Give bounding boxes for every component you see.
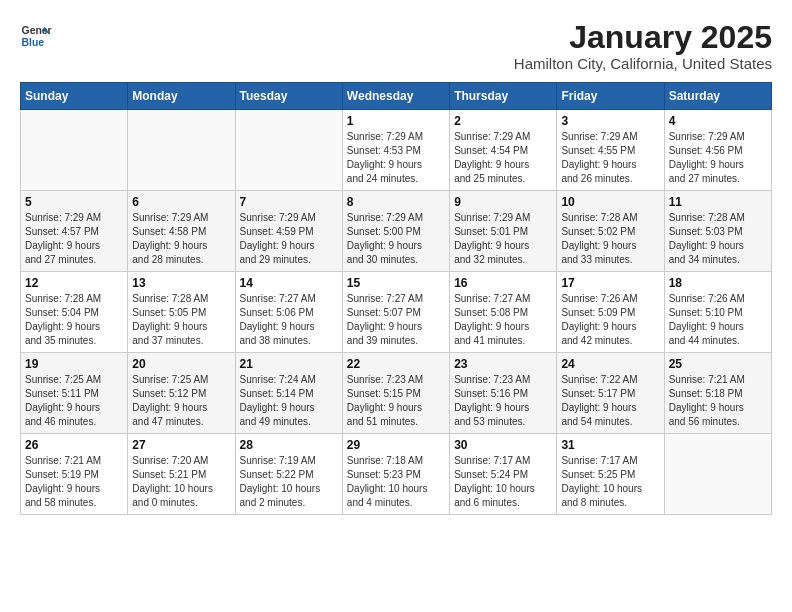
day-number: 6	[132, 195, 230, 209]
day-number: 4	[669, 114, 767, 128]
day-number: 19	[25, 357, 123, 371]
day-number: 1	[347, 114, 445, 128]
day-number: 26	[25, 438, 123, 452]
weekday-header-wednesday: Wednesday	[342, 83, 449, 110]
calendar-cell: 27Sunrise: 7:20 AMSunset: 5:21 PMDayligh…	[128, 434, 235, 515]
day-number: 9	[454, 195, 552, 209]
calendar-cell: 31Sunrise: 7:17 AMSunset: 5:25 PMDayligh…	[557, 434, 664, 515]
day-info: Sunrise: 7:28 AMSunset: 5:02 PMDaylight:…	[561, 211, 659, 267]
day-info: Sunrise: 7:29 AMSunset: 4:53 PMDaylight:…	[347, 130, 445, 186]
day-number: 21	[240, 357, 338, 371]
weekday-header-sunday: Sunday	[21, 83, 128, 110]
day-number: 12	[25, 276, 123, 290]
day-number: 10	[561, 195, 659, 209]
calendar-cell: 28Sunrise: 7:19 AMSunset: 5:22 PMDayligh…	[235, 434, 342, 515]
calendar-cell: 6Sunrise: 7:29 AMSunset: 4:58 PMDaylight…	[128, 191, 235, 272]
day-info: Sunrise: 7:25 AMSunset: 5:11 PMDaylight:…	[25, 373, 123, 429]
day-number: 16	[454, 276, 552, 290]
day-number: 18	[669, 276, 767, 290]
calendar-week-row: 12Sunrise: 7:28 AMSunset: 5:04 PMDayligh…	[21, 272, 772, 353]
calendar-cell: 14Sunrise: 7:27 AMSunset: 5:06 PMDayligh…	[235, 272, 342, 353]
calendar-cell: 2Sunrise: 7:29 AMSunset: 4:54 PMDaylight…	[450, 110, 557, 191]
day-number: 17	[561, 276, 659, 290]
day-info: Sunrise: 7:28 AMSunset: 5:03 PMDaylight:…	[669, 211, 767, 267]
calendar-table: SundayMondayTuesdayWednesdayThursdayFrid…	[20, 82, 772, 515]
calendar-cell: 29Sunrise: 7:18 AMSunset: 5:23 PMDayligh…	[342, 434, 449, 515]
calendar-cell	[21, 110, 128, 191]
calendar-cell	[235, 110, 342, 191]
calendar-cell: 15Sunrise: 7:27 AMSunset: 5:07 PMDayligh…	[342, 272, 449, 353]
day-info: Sunrise: 7:29 AMSunset: 5:00 PMDaylight:…	[347, 211, 445, 267]
day-number: 8	[347, 195, 445, 209]
day-info: Sunrise: 7:17 AMSunset: 5:24 PMDaylight:…	[454, 454, 552, 510]
weekday-header-tuesday: Tuesday	[235, 83, 342, 110]
day-number: 29	[347, 438, 445, 452]
day-info: Sunrise: 7:29 AMSunset: 4:55 PMDaylight:…	[561, 130, 659, 186]
day-number: 5	[25, 195, 123, 209]
calendar-cell: 1Sunrise: 7:29 AMSunset: 4:53 PMDaylight…	[342, 110, 449, 191]
calendar-cell: 21Sunrise: 7:24 AMSunset: 5:14 PMDayligh…	[235, 353, 342, 434]
calendar-cell: 24Sunrise: 7:22 AMSunset: 5:17 PMDayligh…	[557, 353, 664, 434]
calendar-cell: 18Sunrise: 7:26 AMSunset: 5:10 PMDayligh…	[664, 272, 771, 353]
calendar-cell: 3Sunrise: 7:29 AMSunset: 4:55 PMDaylight…	[557, 110, 664, 191]
calendar-cell: 9Sunrise: 7:29 AMSunset: 5:01 PMDaylight…	[450, 191, 557, 272]
calendar-cell: 11Sunrise: 7:28 AMSunset: 5:03 PMDayligh…	[664, 191, 771, 272]
calendar-week-row: 1Sunrise: 7:29 AMSunset: 4:53 PMDaylight…	[21, 110, 772, 191]
day-info: Sunrise: 7:29 AMSunset: 4:54 PMDaylight:…	[454, 130, 552, 186]
day-info: Sunrise: 7:19 AMSunset: 5:22 PMDaylight:…	[240, 454, 338, 510]
logo-icon: General Blue	[20, 20, 52, 52]
location: Hamilton City, California, United States	[514, 55, 772, 72]
weekday-header-thursday: Thursday	[450, 83, 557, 110]
day-number: 30	[454, 438, 552, 452]
day-number: 24	[561, 357, 659, 371]
calendar-cell: 19Sunrise: 7:25 AMSunset: 5:11 PMDayligh…	[21, 353, 128, 434]
day-number: 28	[240, 438, 338, 452]
day-info: Sunrise: 7:27 AMSunset: 5:08 PMDaylight:…	[454, 292, 552, 348]
day-info: Sunrise: 7:29 AMSunset: 5:01 PMDaylight:…	[454, 211, 552, 267]
day-info: Sunrise: 7:27 AMSunset: 5:07 PMDaylight:…	[347, 292, 445, 348]
day-info: Sunrise: 7:26 AMSunset: 5:09 PMDaylight:…	[561, 292, 659, 348]
day-info: Sunrise: 7:25 AMSunset: 5:12 PMDaylight:…	[132, 373, 230, 429]
calendar-cell: 23Sunrise: 7:23 AMSunset: 5:16 PMDayligh…	[450, 353, 557, 434]
logo: General Blue	[20, 20, 52, 52]
calendar-cell: 20Sunrise: 7:25 AMSunset: 5:12 PMDayligh…	[128, 353, 235, 434]
day-info: Sunrise: 7:29 AMSunset: 4:56 PMDaylight:…	[669, 130, 767, 186]
day-number: 20	[132, 357, 230, 371]
calendar-cell: 13Sunrise: 7:28 AMSunset: 5:05 PMDayligh…	[128, 272, 235, 353]
svg-text:Blue: Blue	[22, 37, 45, 48]
day-info: Sunrise: 7:17 AMSunset: 5:25 PMDaylight:…	[561, 454, 659, 510]
day-info: Sunrise: 7:28 AMSunset: 5:04 PMDaylight:…	[25, 292, 123, 348]
calendar-cell	[664, 434, 771, 515]
calendar-cell: 26Sunrise: 7:21 AMSunset: 5:19 PMDayligh…	[21, 434, 128, 515]
calendar-cell: 16Sunrise: 7:27 AMSunset: 5:08 PMDayligh…	[450, 272, 557, 353]
calendar-cell: 7Sunrise: 7:29 AMSunset: 4:59 PMDaylight…	[235, 191, 342, 272]
header: General Blue January 2025 Hamilton City,…	[20, 20, 772, 72]
day-info: Sunrise: 7:21 AMSunset: 5:19 PMDaylight:…	[25, 454, 123, 510]
day-info: Sunrise: 7:23 AMSunset: 5:15 PMDaylight:…	[347, 373, 445, 429]
day-number: 22	[347, 357, 445, 371]
calendar-week-row: 19Sunrise: 7:25 AMSunset: 5:11 PMDayligh…	[21, 353, 772, 434]
calendar-week-row: 5Sunrise: 7:29 AMSunset: 4:57 PMDaylight…	[21, 191, 772, 272]
day-number: 15	[347, 276, 445, 290]
day-info: Sunrise: 7:29 AMSunset: 4:59 PMDaylight:…	[240, 211, 338, 267]
calendar-cell: 30Sunrise: 7:17 AMSunset: 5:24 PMDayligh…	[450, 434, 557, 515]
day-number: 25	[669, 357, 767, 371]
day-info: Sunrise: 7:20 AMSunset: 5:21 PMDaylight:…	[132, 454, 230, 510]
calendar-cell: 22Sunrise: 7:23 AMSunset: 5:15 PMDayligh…	[342, 353, 449, 434]
weekday-header-saturday: Saturday	[664, 83, 771, 110]
calendar-cell: 12Sunrise: 7:28 AMSunset: 5:04 PMDayligh…	[21, 272, 128, 353]
day-info: Sunrise: 7:22 AMSunset: 5:17 PMDaylight:…	[561, 373, 659, 429]
day-number: 7	[240, 195, 338, 209]
day-info: Sunrise: 7:18 AMSunset: 5:23 PMDaylight:…	[347, 454, 445, 510]
title-area: January 2025 Hamilton City, California, …	[514, 20, 772, 72]
day-number: 11	[669, 195, 767, 209]
day-info: Sunrise: 7:26 AMSunset: 5:10 PMDaylight:…	[669, 292, 767, 348]
day-info: Sunrise: 7:21 AMSunset: 5:18 PMDaylight:…	[669, 373, 767, 429]
day-info: Sunrise: 7:28 AMSunset: 5:05 PMDaylight:…	[132, 292, 230, 348]
day-info: Sunrise: 7:23 AMSunset: 5:16 PMDaylight:…	[454, 373, 552, 429]
weekday-header-row: SundayMondayTuesdayWednesdayThursdayFrid…	[21, 83, 772, 110]
calendar-cell	[128, 110, 235, 191]
calendar-cell: 25Sunrise: 7:21 AMSunset: 5:18 PMDayligh…	[664, 353, 771, 434]
day-number: 3	[561, 114, 659, 128]
calendar-cell: 5Sunrise: 7:29 AMSunset: 4:57 PMDaylight…	[21, 191, 128, 272]
